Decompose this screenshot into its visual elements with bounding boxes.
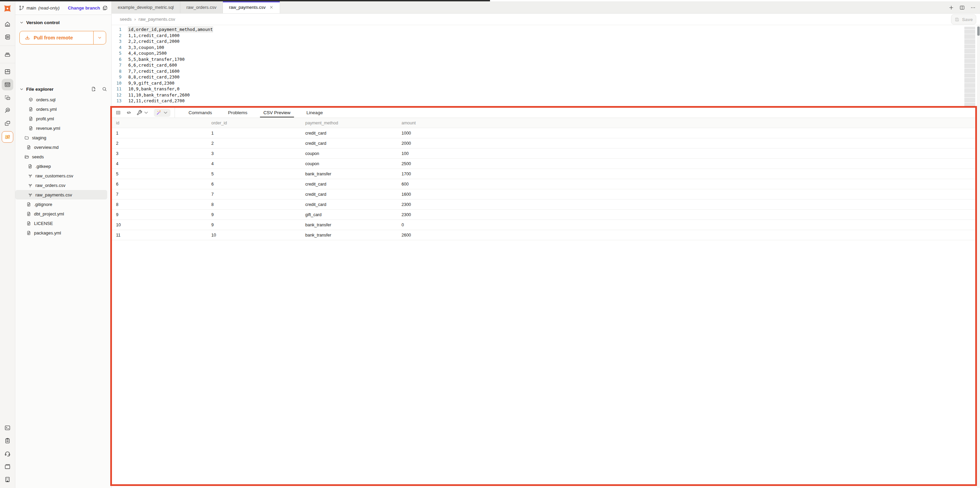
chevron-down-icon (19, 21, 24, 25)
table-row[interactable]: 77credit_card1600 (112, 189, 490, 200)
folder-item-seeds[interactable]: seeds (15, 152, 107, 162)
table-row[interactable]: 88credit_card2300 (112, 200, 490, 210)
tab-problems[interactable]: Problems (227, 108, 248, 117)
table-row[interactable]: 1110bank_transfer2600 (112, 230, 490, 240)
table-row[interactable]: 33coupon100 (112, 149, 490, 159)
tab-lineage[interactable]: Lineage (306, 108, 324, 117)
file-item-profit-yml[interactable]: profit.yml (15, 114, 107, 124)
line-number: 11 (111, 86, 123, 92)
file-icon (26, 145, 31, 150)
file-item-dbt-project-yml[interactable]: dbt_project.yml (15, 209, 107, 219)
panel-tab-label: Commands (189, 110, 212, 115)
seed-icon (27, 173, 33, 178)
table-cell: 2600 (398, 233, 490, 238)
code-line[interactable]: 7,7,credit_card,1600 (128, 68, 490, 74)
search-icon[interactable] (102, 86, 107, 92)
main-area: example_develop_metric.sql raw_orders.cs… (111, 2, 490, 244)
table-row[interactable]: 55bank_transfer1700 (112, 169, 490, 179)
code-line[interactable]: 5,5,bank_transfer,1700 (128, 56, 490, 63)
version-control-section-header[interactable]: Version control (15, 18, 111, 27)
file-item-raw-orders-csv[interactable]: raw_orders.csv (15, 181, 107, 190)
file-item-orders-yml[interactable]: orders.yml (15, 105, 107, 114)
change-branch-link[interactable]: Change branch (68, 5, 100, 11)
branch-name: main (27, 5, 36, 11)
home-icon[interactable] (2, 18, 13, 30)
atom-icon[interactable] (2, 131, 13, 143)
file-item-orders-sql[interactable]: orders.sql (15, 95, 107, 105)
code-line[interactable]: id,order_id,payment_method,amount (128, 27, 490, 33)
wrench-icon[interactable] (137, 110, 149, 116)
file-explorer-section-header[interactable]: File explorer (15, 85, 111, 93)
code-tag-icon[interactable] (126, 110, 132, 116)
table-row[interactable]: 66credit_card600 (112, 179, 490, 189)
new-file-icon[interactable] (91, 86, 96, 92)
seed-icon (27, 192, 33, 198)
file-item-gitkeep[interactable]: .gitkeep (15, 162, 107, 171)
code-line[interactable]: 12,11,credit_card,2700 (128, 98, 490, 104)
code-line[interactable]: 4,4,coupon,2500 (128, 50, 490, 56)
journal-icon[interactable] (2, 31, 13, 43)
table-row[interactable]: 99gift_card2300 (112, 210, 490, 220)
pull-options-dropdown[interactable] (93, 31, 106, 44)
table-cell: coupon (301, 151, 398, 156)
table-row[interactable]: 109bank_transfer0 (112, 220, 490, 230)
code-editor-icon[interactable] (2, 79, 13, 90)
rail-divider (0, 63, 15, 63)
table-icon[interactable] (115, 110, 121, 116)
close-icon[interactable] (269, 5, 274, 10)
file-icon (27, 164, 33, 169)
file-label: LICENSE (34, 221, 53, 226)
file-item-gitignore[interactable]: .gitignore (15, 200, 107, 209)
code-line[interactable]: 1,1,credit_card,1000 (128, 33, 490, 39)
table-row[interactable]: 22credit_card2000 (112, 138, 490, 149)
dbt-logo[interactable] (2, 3, 13, 14)
line-number: 8 (111, 68, 123, 74)
table-cell: credit_card (301, 182, 398, 187)
file-item-license[interactable]: LICENSE (15, 219, 107, 228)
windows-icon[interactable] (2, 117, 13, 129)
folder-item-staging[interactable]: staging (15, 133, 107, 143)
code-line[interactable]: 11,10,bank_transfer,2600 (128, 92, 490, 98)
tab-raw-orders-csv[interactable]: raw_orders.csv (180, 2, 223, 13)
magic-wand-icon[interactable] (154, 109, 170, 117)
chevron-down-icon (97, 35, 102, 40)
sidebar: main (read-only) Change branch Version c… (15, 2, 111, 244)
tab-csv-preview[interactable]: CSV Preview (263, 108, 291, 117)
table-cell: 9 (207, 223, 301, 227)
tab-commands[interactable]: Commands (188, 108, 213, 117)
code-line[interactable]: 10,9,bank_transfer,0 (128, 86, 490, 92)
line-number: 10 (111, 80, 123, 86)
table-row[interactable]: 44coupon2500 (112, 159, 490, 169)
frame-icon[interactable] (2, 92, 13, 103)
pull-from-remote-main[interactable]: Pull from remote (20, 31, 93, 44)
tab-example-develop-metric-sql[interactable]: example_develop_metric.sql (111, 2, 180, 13)
file-item-raw-payments-csv[interactable]: raw_payments.csv (15, 190, 107, 200)
table-row[interactable]: 11credit_card1000 (112, 128, 490, 138)
file-item-revenue-yml[interactable]: revenue.yml (15, 124, 107, 133)
table-cell: 1700 (398, 172, 490, 176)
code-line[interactable]: 6,6,credit_card,600 (128, 62, 490, 68)
code-line[interactable]: 3,3,coupon,100 (128, 44, 490, 51)
file-item-overview-md[interactable]: overview.md (15, 143, 107, 152)
query-analysis-icon[interactable] (2, 105, 13, 116)
file-label: seeds (32, 154, 44, 159)
line-number: 9 (111, 74, 123, 80)
file-label: revenue.yml (36, 126, 60, 131)
chevron-down-icon (163, 110, 169, 116)
file-label: orders.sql (36, 97, 56, 102)
table-cell: 6 (207, 182, 301, 187)
file-item-raw-customers-csv[interactable]: raw_customers.csv (15, 171, 107, 181)
code-line[interactable]: 2,2,credit_card,2000 (128, 38, 490, 44)
dashboard-icon[interactable] (2, 66, 13, 78)
copy-icon[interactable] (102, 5, 108, 11)
stack-icon[interactable] (2, 49, 13, 60)
line-number: 5 (111, 50, 123, 56)
code-line[interactable]: 9,9,gift_card,2300 (128, 80, 490, 86)
table-cell: 3 (112, 151, 207, 156)
file-item-packages-yml[interactable]: packages.yml (15, 228, 107, 238)
table-cell: 1 (207, 131, 301, 136)
branch-mode: (read-only) (38, 5, 60, 11)
tab-raw-payments-csv[interactable]: raw_payments.csv (223, 2, 280, 13)
code-line[interactable]: 8,8,credit_card,2300 (128, 74, 490, 80)
file-icon (26, 221, 31, 226)
